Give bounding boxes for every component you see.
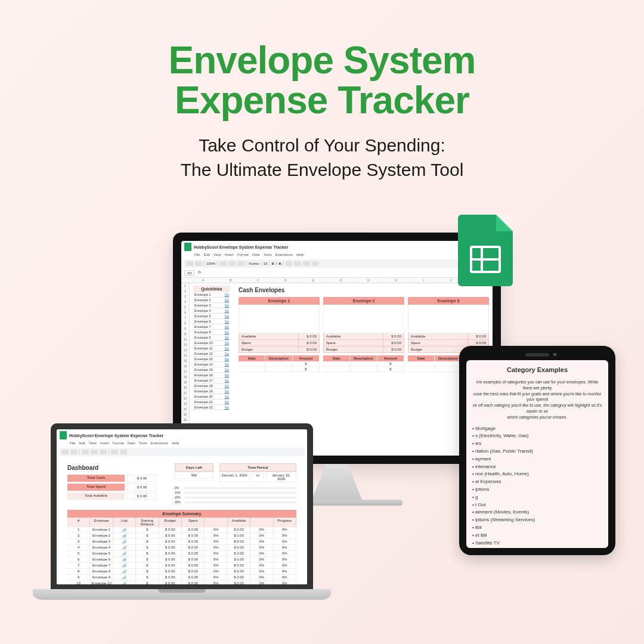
- fx-icon: fx: [198, 270, 201, 276]
- toolbar[interactable]: [59, 448, 305, 456]
- quicklinks-heading: Quicklinks: [193, 286, 230, 292]
- subtitle: Take Control of Your Spending: The Ultim…: [0, 134, 644, 182]
- total-cash-label: Total Cash: [67, 475, 125, 482]
- total-spent-label: Total Spent: [67, 484, 125, 491]
- tablet-mockup: Category Examples me examples of categor…: [459, 346, 615, 555]
- cell-reference[interactable]: A3: [184, 270, 194, 276]
- document-title: HobbyScool Envelope System Expense Track…: [194, 245, 288, 249]
- google-sheets-icon: [458, 215, 513, 286]
- menu-bar[interactable]: FileEditViewInsertFormatDataToolsExtensi…: [181, 253, 493, 258]
- period-to: January 31, 2026: [266, 472, 296, 482]
- sheets-logo-icon: [60, 431, 67, 439]
- document-title: HobbyScool Envelope System Expense Track…: [69, 434, 163, 438]
- category-list: Mortgages (Electricity, Water, Gas)iesrt…: [470, 425, 605, 548]
- total-spent-value: $ 0.00: [127, 484, 157, 491]
- total-available-label: Total Available: [67, 493, 125, 500]
- total-cash-value: $ 0.00: [127, 475, 157, 482]
- envelope-summary-heading: Envelope Summary: [67, 510, 296, 518]
- category-description: me examples of categories you can use fo…: [472, 379, 602, 420]
- laptop-mockup: HobbyScool Envelope System Expense Track…: [33, 423, 331, 600]
- days-left-value: 365: [175, 472, 213, 479]
- time-period-label: Time Period: [219, 463, 296, 472]
- category-examples-heading: Category Examples: [470, 366, 605, 373]
- cash-envelopes-heading: Cash Envelopes: [239, 287, 489, 293]
- device-mockups: HobbyScool Envelope System Expense Track…: [0, 221, 644, 644]
- page-title: Envelope System Expense Tracker: [0, 0, 644, 120]
- total-available-value: $ 0.00: [127, 493, 157, 500]
- toolbar[interactable]: 100% Nunito 10 B I S: [184, 259, 490, 268]
- dashboard-heading: Dashboard: [67, 465, 157, 471]
- menu-bar[interactable]: FileEditViewInsertFormatDataToolsExtensi…: [57, 441, 307, 447]
- sheets-logo-icon: [184, 243, 191, 251]
- days-left-label: Days Left: [175, 463, 213, 472]
- period-from: January 1, 2026: [219, 472, 250, 482]
